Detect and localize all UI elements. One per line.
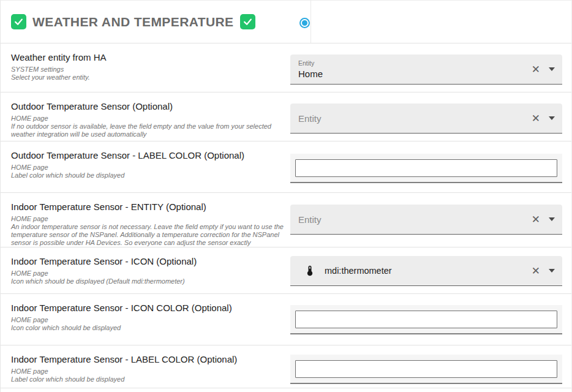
outdoor-label-color-input[interactable]: [295, 159, 557, 177]
setting-text: Indoor Temperature Sensor - ICON (Option…: [1, 247, 284, 293]
setting-control: Entity ✕: [290, 205, 562, 247]
setting-row-indoor-sensor-entity: Indoor Temperature Sensor - ENTITY (Opti…: [1, 193, 571, 247]
select-content: Entity: [298, 113, 322, 124]
setting-text: Indoor Temperature Sensor - LABEL COLOR …: [1, 345, 284, 388]
chevron-down-icon[interactable]: [549, 217, 555, 221]
header-divider: [310, 1, 311, 43]
setting-row-outdoor-sensor: Outdoor Temperature Sensor (Optional) HO…: [1, 92, 571, 141]
thermometer-icon: [304, 265, 316, 277]
setting-title: Indoor Temperature Sensor - ENTITY (Opti…: [11, 202, 284, 212]
section-radio-button[interactable]: [299, 18, 310, 28]
setting-control: mdi:thermometer ✕: [290, 256, 562, 293]
setting-title: Indoor Temperature Sensor - LABEL COLOR …: [11, 354, 284, 364]
select-actions: ✕: [529, 266, 555, 276]
weather-entity-select[interactable]: Entity Home ✕: [290, 55, 562, 85]
select-actions: ✕: [529, 214, 555, 225]
indoor-label-color-input[interactable]: [295, 360, 557, 378]
section-title: WEATHER AND TEMPERATURE: [32, 15, 233, 29]
setting-text: Indoor Temperature Sensor - ICON COLOR (…: [1, 294, 284, 345]
setting-row-weather-entity: Weather entity from HA SYSTEM settings S…: [1, 43, 571, 92]
setting-row-outdoor-label-color: Outdoor Temperature Sensor - LABEL COLOR…: [1, 141, 571, 193]
section-enabled-checkbox-right[interactable]: [240, 14, 255, 29]
setting-text: Outdoor Temperature Sensor (Optional) HO…: [1, 92, 284, 141]
setting-description: Select your weather entity.: [11, 74, 284, 81]
setting-title: Outdoor Temperature Sensor (Optional): [11, 101, 284, 111]
outdoor-sensor-entity-select[interactable]: Entity ✕: [290, 104, 562, 134]
outdoor-label-color-field-panel: [290, 154, 562, 183]
setting-description: Label color which should be displayed: [11, 172, 284, 179]
setting-text: Weather entity from HA SYSTEM settings S…: [1, 43, 284, 92]
setting-control: [290, 355, 562, 388]
select-selected-value: Home: [298, 69, 323, 79]
setting-description: An indoor temperature sensor is not nece…: [11, 223, 284, 247]
setting-description: Icon color which should be displayed: [11, 324, 284, 332]
setting-scope: HOME page: [11, 164, 284, 172]
chevron-down-icon[interactable]: [549, 67, 555, 71]
setting-control: Entity Home ✕: [290, 55, 562, 92]
select-actions: ✕: [529, 113, 555, 124]
select-placeholder: Entity: [298, 214, 322, 225]
setting-description: If no outdoor sensor is available, leave…: [11, 123, 284, 138]
setting-scope: HOME page: [11, 215, 284, 223]
setting-scope: HOME page: [11, 316, 284, 324]
setting-scope: HOME page: [11, 368, 284, 375]
setting-row-indoor-icon-color: Indoor Temperature Sensor - ICON COLOR (…: [1, 294, 571, 345]
check-icon: [243, 17, 253, 27]
setting-scope: HOME page: [11, 270, 284, 277]
setting-title: Outdoor Temperature Sensor - LABEL COLOR…: [11, 150, 284, 160]
section-enabled-checkbox-left[interactable]: [11, 14, 26, 29]
setting-scope: HOME page: [11, 115, 284, 123]
setting-text: Indoor Temperature Sensor - ENTITY (Opti…: [1, 193, 284, 247]
chevron-down-icon[interactable]: [549, 116, 555, 120]
select-content: Entity Home: [298, 59, 323, 79]
indoor-icon-color-input[interactable]: [295, 311, 557, 328]
setting-description: Icon which should be displayed (Default …: [11, 277, 284, 285]
section-header: WEATHER AND TEMPERATURE: [1, 1, 571, 43]
select-field-label: Entity: [298, 59, 323, 67]
clear-icon[interactable]: ✕: [529, 113, 543, 124]
setting-row-indoor-label-color: Indoor Temperature Sensor - LABEL COLOR …: [1, 345, 571, 388]
setting-title: Weather entity from HA: [11, 52, 284, 62]
setting-description: Label color which should be displayed: [11, 375, 284, 383]
clear-icon[interactable]: ✕: [529, 64, 543, 75]
radio-dot: [302, 20, 307, 26]
setting-title: Indoor Temperature Sensor - ICON COLOR (…: [11, 303, 284, 313]
setting-text: Outdoor Temperature Sensor - LABEL COLOR…: [1, 141, 284, 192]
check-icon: [13, 17, 24, 27]
clear-icon[interactable]: ✕: [529, 266, 543, 276]
setting-control: [290, 154, 562, 192]
settings-page: WEATHER AND TEMPERATURE Weather entity f…: [0, 0, 572, 392]
select-selected-value: mdi:thermometer: [325, 266, 392, 276]
setting-control: [290, 305, 562, 345]
indoor-sensor-entity-select[interactable]: Entity ✕: [290, 205, 562, 235]
setting-title: Indoor Temperature Sensor - ICON (Option…: [11, 256, 284, 266]
select-actions: ✕: [529, 64, 555, 75]
clear-icon[interactable]: ✕: [529, 214, 543, 225]
select-content: Entity: [298, 214, 322, 225]
indoor-icon-color-field-panel: [290, 305, 562, 334]
select-content: mdi:thermometer: [298, 265, 392, 277]
indoor-icon-select[interactable]: mdi:thermometer ✕: [290, 256, 562, 286]
setting-scope: SYSTEM settings: [11, 66, 284, 74]
setting-row-indoor-icon: Indoor Temperature Sensor - ICON (Option…: [1, 247, 571, 294]
chevron-down-icon[interactable]: [549, 269, 555, 273]
indoor-label-color-field-panel: [290, 355, 562, 384]
setting-control: Entity ✕: [290, 104, 562, 141]
select-placeholder: Entity: [298, 113, 322, 124]
